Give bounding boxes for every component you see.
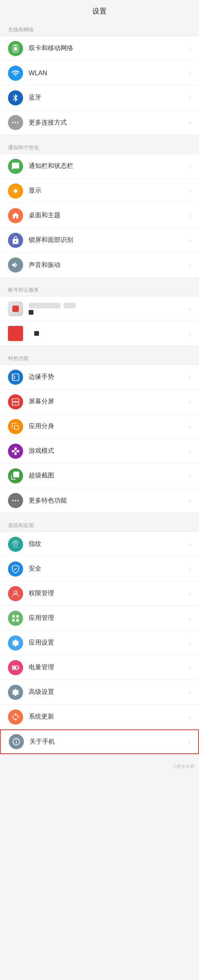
item-screenshot[interactable]: 超级截图 ›: [0, 464, 199, 488]
item-bluetooth[interactable]: 蓝牙 ›: [0, 86, 199, 110]
notif-chevron: ›: [189, 163, 191, 170]
svg-rect-10: [14, 425, 18, 429]
svg-point-13: [18, 500, 19, 501]
more-feat-chevron: ›: [189, 497, 191, 504]
item-perm[interactable]: 权限管理 ›: [0, 581, 199, 606]
section-header-features: 特色功能: [0, 349, 199, 364]
more-conn-icon: [8, 115, 23, 130]
svg-rect-21: [13, 666, 16, 669]
lock-chevron: ›: [189, 237, 191, 244]
page-title: 设置: [0, 0, 199, 21]
screenshot-icon: [8, 468, 23, 483]
account1-info: [29, 303, 189, 315]
desktop-chevron: ›: [189, 212, 191, 219]
item-lock[interactable]: 锁屏和面部识别 ›: [0, 228, 199, 253]
appsetting-chevron: ›: [189, 640, 191, 646]
item-edge[interactable]: 边缘手势 ›: [0, 365, 199, 390]
item-game[interactable]: 游戏模式 ›: [0, 439, 199, 464]
wifi-chevron: ›: [189, 70, 191, 76]
battery-label: 电量管理: [29, 663, 189, 672]
item-appsetting[interactable]: 应用设置 ›: [0, 631, 199, 655]
game-icon: [8, 444, 23, 459]
about-chevron: ›: [188, 738, 190, 745]
section-body-system: 指纹 › 安全 › 权限管理 ›: [0, 532, 199, 754]
wifi-label: WLAN: [29, 70, 189, 77]
appman-label: 应用管理: [29, 614, 189, 622]
account-item-2[interactable]: ›: [0, 321, 199, 346]
section-features: 特色功能 边缘手势 › 屏幕分屏 ›: [0, 349, 199, 513]
more-conn-chevron: ›: [189, 119, 191, 126]
update-label: 系统更新: [29, 713, 189, 721]
item-finger[interactable]: 指纹 ›: [0, 532, 199, 557]
svg-point-11: [12, 500, 14, 501]
lock-label: 锁屏和面部识别: [29, 236, 189, 244]
notif-icon: [8, 159, 23, 174]
svg-point-12: [15, 500, 16, 501]
item-display[interactable]: 显示 ›: [0, 179, 199, 203]
security-icon: [8, 561, 23, 577]
section-header-system: 系统和应用: [0, 516, 199, 532]
item-notif[interactable]: 通知栏和状态栏 ›: [0, 154, 199, 179]
item-security[interactable]: 安全 ›: [0, 557, 199, 581]
svg-rect-16: [16, 615, 19, 617]
appman-chevron: ›: [189, 615, 191, 622]
item-update[interactable]: 系统更新 ›: [0, 705, 199, 729]
clone-chevron: ›: [189, 423, 191, 430]
item-wifi[interactable]: WLAN ›: [0, 61, 199, 86]
item-clone[interactable]: 应用分身 ›: [0, 414, 199, 439]
display-label: 显示: [29, 187, 189, 195]
item-appman[interactable]: 应用管理 ›: [0, 606, 199, 631]
advsetting-chevron: ›: [189, 689, 191, 696]
bluetooth-label: 蓝牙: [29, 94, 189, 102]
security-label: 安全: [29, 565, 189, 573]
sim-label: 双卡和移动网络: [29, 44, 189, 53]
battery-icon: [8, 660, 23, 675]
account2-info: [34, 331, 189, 336]
item-more-feat[interactable]: 更多特色功能 ›: [0, 488, 199, 513]
display-icon: [8, 183, 23, 199]
clone-label: 应用分身: [29, 422, 189, 431]
item-split[interactable]: 屏幕分屏 ›: [0, 390, 199, 414]
item-battery[interactable]: 电量管理 ›: [0, 655, 199, 680]
split-label: 屏幕分屏: [29, 397, 189, 406]
battery-chevron: ›: [189, 664, 191, 671]
account1-avatar: [8, 301, 23, 316]
desktop-icon: [8, 208, 23, 223]
item-advsetting[interactable]: 高级设置 ›: [0, 680, 199, 705]
edge-chevron: ›: [189, 374, 191, 380]
svg-point-14: [14, 590, 17, 593]
advsetting-icon: [8, 685, 23, 700]
section-header-account: 账号和云服务: [0, 281, 199, 296]
section-body-wireless: 双卡和移动网络 › WLAN › 蓝牙 ›: [0, 36, 199, 135]
finger-label: 指纹: [29, 540, 189, 548]
account1-chevron: ›: [189, 306, 191, 312]
sim-chevron: ›: [189, 45, 191, 52]
appman-icon: [8, 611, 23, 626]
section-notification: 通知和个性化 通知栏和状态栏 › 显示 ›: [0, 138, 199, 278]
svg-rect-15: [12, 615, 15, 617]
game-label: 游戏模式: [29, 447, 189, 455]
screenshot-chevron: ›: [189, 473, 191, 479]
svg-rect-1: [14, 47, 17, 51]
lock-icon: [8, 233, 23, 248]
item-desktop[interactable]: 桌面和主题 ›: [0, 203, 199, 228]
section-body-notification: 通知栏和状态栏 › 显示 › 桌面和主题 ›: [0, 154, 199, 278]
section-body-account: › ›: [0, 296, 199, 346]
svg-point-5: [14, 189, 17, 193]
perm-icon: [8, 586, 23, 601]
bluetooth-icon: [8, 90, 23, 105]
more-conn-label: 更多连接方式: [29, 119, 189, 127]
item-more-conn[interactable]: 更多连接方式 ›: [0, 110, 199, 135]
update-icon: [8, 709, 23, 725]
item-about[interactable]: 关于手机 ›: [0, 729, 199, 754]
sim-icon: [8, 41, 23, 56]
account2-chevron: ›: [189, 330, 191, 337]
finger-chevron: ›: [189, 541, 191, 547]
section-account: 账号和云服务 › ›: [0, 281, 199, 346]
svg-point-2: [12, 122, 14, 123]
item-sound[interactable]: 声音和振动 ›: [0, 253, 199, 277]
account-item-1[interactable]: ›: [0, 296, 199, 321]
display-chevron: ›: [189, 188, 191, 194]
section-system: 系统和应用 指纹 › 安全 ›: [0, 516, 199, 754]
item-sim[interactable]: 双卡和移动网络 ›: [0, 36, 199, 61]
